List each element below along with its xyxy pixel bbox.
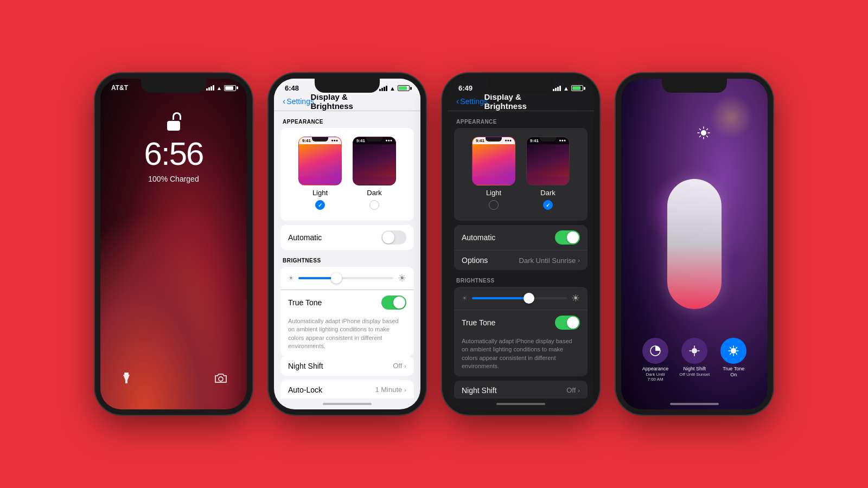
brightness-thumb[interactable] — [524, 293, 534, 304]
true-tone-group-dark: True Tone Automatically adapt iPhone dis… — [454, 310, 588, 376]
auto-lock-row[interactable]: Auto-Lock 1 Minute › — [280, 380, 414, 399]
chevron-icon: › — [578, 257, 580, 264]
appearance-options: 9:41 ●●● Light — [287, 132, 407, 214]
brightness-fill — [472, 297, 529, 299]
night-shift-quick-action[interactable]: Night Shift Off Until Sunset — [679, 338, 710, 382]
settings-dark-display: 6:49 ▲ ‹ Sett — [448, 79, 594, 409]
dark-mode-radio[interactable] — [543, 200, 553, 210]
chevron-icon: › — [578, 387, 580, 394]
svg-line-25 — [730, 353, 731, 354]
light-mode-option[interactable]: 9:41 ●●● Light — [298, 137, 342, 210]
phone-2-settings-light: 6:48 ▲ ‹ Sett — [269, 73, 426, 415]
light-mode-preview: 9:41 ●●● — [472, 137, 515, 185]
lockscreen-background: AT&T ▲ — [100, 79, 247, 409]
dark-mode-label: Dark — [367, 189, 381, 197]
nav-bar-dark: ‹ Settings Display & Brightness — [448, 94, 594, 111]
back-label: Settings — [460, 97, 488, 106]
night-shift-label: Night Shift — [462, 386, 497, 395]
light-mode-option[interactable]: 9:41 ●●● Light — [472, 137, 515, 210]
night-shift-value: Off › — [566, 386, 580, 394]
svg-point-1 — [219, 377, 223, 381]
brightness-thumb[interactable] — [331, 273, 342, 284]
camera-icon[interactable] — [211, 368, 231, 388]
wifi-icon: ▲ — [216, 85, 222, 91]
night-shift-row[interactable]: Night Shift Off › — [280, 356, 414, 376]
back-button[interactable]: ‹ Settings — [456, 97, 488, 106]
appearance-section: 9:41 ●●● Light — [280, 128, 414, 221]
appearance-header: APPEARANCE — [274, 111, 420, 128]
chevron-icon: › — [404, 363, 406, 369]
dark-mode-preview: 9:41 ●●● — [526, 137, 570, 185]
svg-line-7 — [700, 129, 701, 130]
status-right-icons: ▲ — [379, 85, 410, 92]
lock-status-text: 100% Charged — [148, 175, 199, 183]
appearance-section-dark: 9:41 ●●● Light — [454, 128, 588, 221]
svg-rect-0 — [124, 373, 129, 375]
true-tone-toggle[interactable] — [555, 316, 580, 330]
true-tone-icon — [720, 338, 746, 364]
true-tone-quick-action[interactable]: True Tone On — [720, 338, 746, 382]
toggle-knob — [567, 232, 579, 243]
lock-body — [167, 121, 180, 131]
sun-small-icon: ☀ — [462, 294, 468, 302]
svg-line-23 — [736, 353, 737, 354]
lock-bottom-controls — [100, 368, 247, 388]
signal-icon — [553, 86, 561, 91]
appearance-options-dark: 9:41 ●●● Light — [461, 132, 581, 214]
light-mode-radio[interactable] — [315, 200, 325, 210]
dark-mode-radio[interactable] — [369, 200, 379, 210]
sun-large-icon: ☀ — [571, 292, 580, 304]
automatic-group: Automatic — [280, 225, 414, 250]
appearance-quick-action[interactable]: Appearance Dark Until 7:00 AM — [642, 338, 669, 382]
brightness-row: ☀ ☀ — [280, 267, 414, 290]
night-shift-icon — [681, 338, 707, 364]
true-tone-row: True Tone — [454, 310, 588, 335]
flashlight-icon[interactable] — [117, 368, 136, 388]
lock-icon-area: 6:56 100% Charged — [100, 113, 247, 183]
brightness-slider[interactable] — [472, 297, 567, 299]
back-chevron-icon: ‹ — [456, 97, 459, 106]
automatic-label: Automatic — [462, 233, 495, 242]
true-tone-label: True Tone On — [723, 366, 744, 378]
lock-shackle — [173, 112, 181, 120]
settings-light-display: 6:48 ▲ ‹ Sett — [274, 79, 420, 409]
toggle-knob-truetone — [393, 297, 405, 309]
back-chevron-icon: ‹ — [283, 97, 285, 106]
lock-time: 6:56 — [144, 135, 203, 172]
night-shift-label: Night Shift Off Until Sunset — [679, 366, 710, 377]
back-button[interactable]: ‹ Settings — [283, 97, 314, 106]
svg-point-12 — [692, 348, 697, 354]
true-tone-label: True Tone — [288, 298, 322, 307]
dark-mode-option[interactable]: 9:41 ●●● Dark — [526, 137, 570, 210]
night-shift-row[interactable]: Night Shift Off › — [454, 381, 588, 399]
appearance-label: Appearance Dark Until 7:00 AM — [642, 366, 669, 382]
options-row[interactable]: Options Dark Until Sunrise › — [454, 251, 588, 270]
dark-mode-option[interactable]: 9:41 ●●● Dark — [353, 137, 396, 210]
light-mode-preview: 9:41 ●●● — [298, 137, 342, 185]
brightness-group-dark: ☀ ☀ True Tone — [454, 287, 588, 376]
toggle-knob-truetone — [567, 317, 579, 329]
light-mode-radio[interactable] — [489, 200, 499, 210]
options-label: Options — [462, 256, 488, 265]
brightness-pill[interactable] — [667, 179, 722, 309]
true-tone-row: True Tone — [280, 290, 414, 315]
automatic-toggle[interactable] — [381, 230, 406, 245]
preview-notch — [486, 137, 502, 142]
true-tone-toggle[interactable] — [381, 296, 406, 310]
svg-point-2 — [701, 130, 706, 136]
appearance-icon — [642, 338, 668, 364]
light-mode-label: Light — [486, 189, 501, 197]
settings-content-light: APPEARANCE 9:41 ●●● — [274, 111, 420, 399]
night-shift-label: Night Shift — [288, 362, 323, 370]
home-indicator — [496, 403, 545, 405]
svg-line-22 — [730, 348, 731, 349]
night-shift-value: Off › — [393, 362, 406, 370]
brightness-slider[interactable] — [298, 277, 393, 279]
automatic-toggle[interactable] — [555, 230, 580, 245]
preview-notch — [312, 137, 328, 142]
signal-icon — [379, 86, 387, 91]
lock-group: Auto-Lock 1 Minute › Raise to Wake — [280, 380, 414, 399]
svg-point-17 — [731, 348, 736, 354]
control-center-background: Appearance Dark Until 7:00 AM — [621, 79, 768, 409]
phone-3-settings-dark: 6:49 ▲ ‹ Sett — [442, 73, 599, 415]
